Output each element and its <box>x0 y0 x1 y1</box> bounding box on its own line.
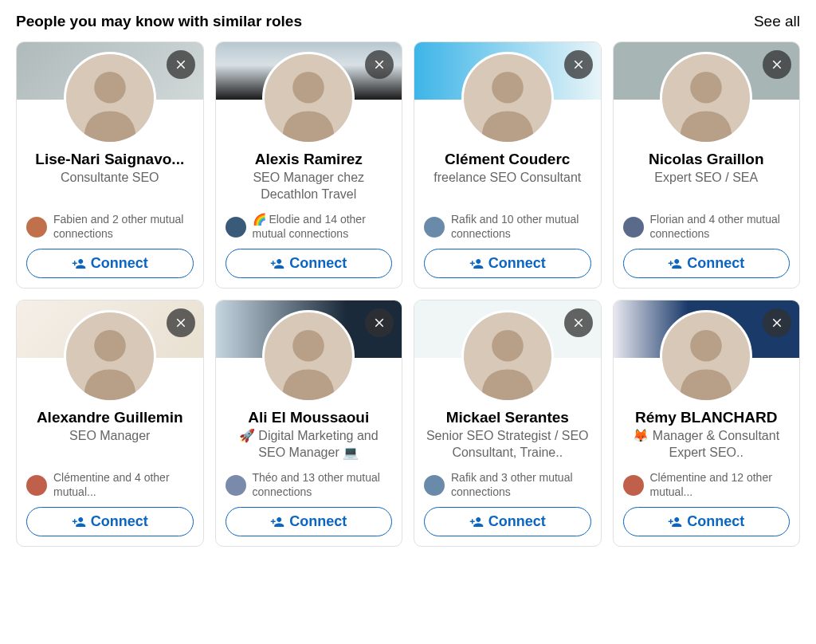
mutual-avatar <box>424 475 445 496</box>
mutual-text: Fabien and 2 other mutual connections <box>53 213 194 241</box>
svg-point-1 <box>94 72 126 104</box>
connect-label: Connect <box>91 513 148 530</box>
close-icon <box>174 316 188 330</box>
person-card: Rémy BLANCHARD 🦊 Manager & Consultant Ex… <box>613 300 801 547</box>
mutual-text: Rafik and 10 other mutual connections <box>451 213 591 241</box>
mutual-avatar <box>226 475 246 496</box>
svg-point-7 <box>690 72 722 104</box>
mutual-connections[interactable]: Rafik and 3 other mutual connections <box>424 471 591 499</box>
connect-button[interactable]: Connect <box>226 507 393 536</box>
connect-button[interactable]: Connect <box>424 249 591 278</box>
avatar[interactable] <box>262 310 355 402</box>
person-name[interactable]: Alexis Ramirez <box>226 151 393 168</box>
svg-point-15 <box>690 330 722 362</box>
connect-button[interactable]: Connect <box>226 249 393 278</box>
mutual-avatar <box>623 475 644 496</box>
connect-button[interactable]: Connect <box>26 249 194 278</box>
mutual-text: Clémentine and 12 other mutual... <box>650 471 790 499</box>
dismiss-button[interactable] <box>763 308 791 337</box>
mutual-connections[interactable]: Théo and 13 other mutual connections <box>226 471 393 499</box>
close-icon <box>571 57 586 72</box>
connect-label: Connect <box>289 255 347 272</box>
person-icon <box>265 54 352 142</box>
section-title: People you may know with similar roles <box>16 13 302 30</box>
dismiss-button[interactable] <box>167 50 195 79</box>
dismiss-button[interactable] <box>365 50 394 79</box>
person-name[interactable]: Nicolas Graillon <box>623 151 790 168</box>
avatar[interactable] <box>64 52 156 144</box>
connect-label: Connect <box>289 513 347 530</box>
person-icon <box>66 54 154 142</box>
person-title: 🚀 Digital Marketing and SEO Manager 💻 <box>226 428 393 461</box>
mutual-connections[interactable]: Clémentine and 4 other mutual... <box>26 471 194 499</box>
dismiss-button[interactable] <box>763 50 791 79</box>
mutual-connections[interactable]: 🌈 Elodie and 14 other mutual connections <box>226 213 393 241</box>
mutual-text: Théo and 13 other mutual connections <box>253 471 393 499</box>
connect-label: Connect <box>687 513 744 530</box>
person-name[interactable]: Clément Couderc <box>424 151 591 168</box>
person-title: Expert SEO / SEA <box>623 170 790 203</box>
avatar[interactable] <box>461 310 554 402</box>
connect-button[interactable]: Connect <box>26 507 194 536</box>
person-name[interactable]: Rémy BLANCHARD <box>623 409 790 426</box>
see-all-link[interactable]: See all <box>754 13 800 30</box>
person-card: Ali El Moussaoui 🚀 Digital Marketing and… <box>215 300 403 547</box>
connect-button[interactable]: Connect <box>623 249 790 278</box>
add-connection-icon <box>469 257 484 271</box>
person-title: Consultante SEO <box>26 170 194 203</box>
connect-label: Connect <box>91 255 148 272</box>
person-title: freelance SEO Consultant <box>424 170 591 203</box>
add-connection-icon <box>469 515 484 529</box>
add-connection-icon <box>72 515 86 529</box>
person-name[interactable]: Ali El Moussaoui <box>226 409 393 426</box>
svg-point-9 <box>94 330 126 362</box>
svg-point-5 <box>492 72 524 104</box>
mutual-connections[interactable]: Florian and 4 other mutual connections <box>623 213 790 241</box>
add-connection-icon <box>668 257 682 271</box>
svg-point-13 <box>492 330 524 362</box>
close-icon <box>770 316 784 330</box>
avatar[interactable] <box>461 52 554 144</box>
mutual-avatar <box>26 475 47 496</box>
person-icon <box>464 54 551 142</box>
people-cards-grid: Lise-Nari Saignavo... Consultante SEO Fa… <box>16 41 800 547</box>
person-name[interactable]: Lise-Nari Saignavo... <box>26 151 194 168</box>
person-card: Alexandre Guillemin SEO Manager Clémenti… <box>16 300 204 547</box>
person-icon <box>662 312 750 400</box>
person-card: Lise-Nari Saignavo... Consultante SEO Fa… <box>16 41 204 289</box>
dismiss-button[interactable] <box>167 308 195 337</box>
avatar[interactable] <box>660 310 752 402</box>
close-icon <box>372 57 386 72</box>
connect-label: Connect <box>687 255 744 272</box>
person-title: Senior SEO Strategist / SEO Consultant, … <box>424 428 591 461</box>
mutual-connections[interactable]: Clémentine and 12 other mutual... <box>623 471 790 499</box>
mutual-text: Florian and 4 other mutual connections <box>650 213 790 241</box>
dismiss-button[interactable] <box>564 50 593 79</box>
person-icon <box>662 54 750 142</box>
person-icon <box>66 312 154 400</box>
connect-button[interactable]: Connect <box>424 507 591 536</box>
close-icon <box>770 57 784 72</box>
mutual-avatar <box>26 217 47 238</box>
close-icon <box>174 57 188 72</box>
mutual-connections[interactable]: Fabien and 2 other mutual connections <box>26 213 194 241</box>
person-card: Alexis Ramirez SEO Manager chez Decathlo… <box>215 41 403 289</box>
dismiss-button[interactable] <box>365 308 394 337</box>
add-connection-icon <box>668 515 682 529</box>
person-name[interactable]: Alexandre Guillemin <box>26 409 194 426</box>
person-icon <box>464 312 551 400</box>
avatar[interactable] <box>660 52 752 144</box>
person-name[interactable]: Mickael Serantes <box>424 409 591 426</box>
connect-label: Connect <box>488 513 546 530</box>
person-card: Clément Couderc freelance SEO Consultant… <box>414 41 602 289</box>
add-connection-icon <box>270 515 284 529</box>
avatar[interactable] <box>64 310 156 402</box>
dismiss-button[interactable] <box>564 308 593 337</box>
person-title: SEO Manager <box>26 428 194 461</box>
avatar[interactable] <box>262 52 355 144</box>
connect-button[interactable]: Connect <box>623 507 790 536</box>
person-icon <box>265 312 352 400</box>
mutual-connections[interactable]: Rafik and 10 other mutual connections <box>424 213 591 241</box>
mutual-avatar <box>424 217 445 238</box>
close-icon <box>372 316 386 330</box>
